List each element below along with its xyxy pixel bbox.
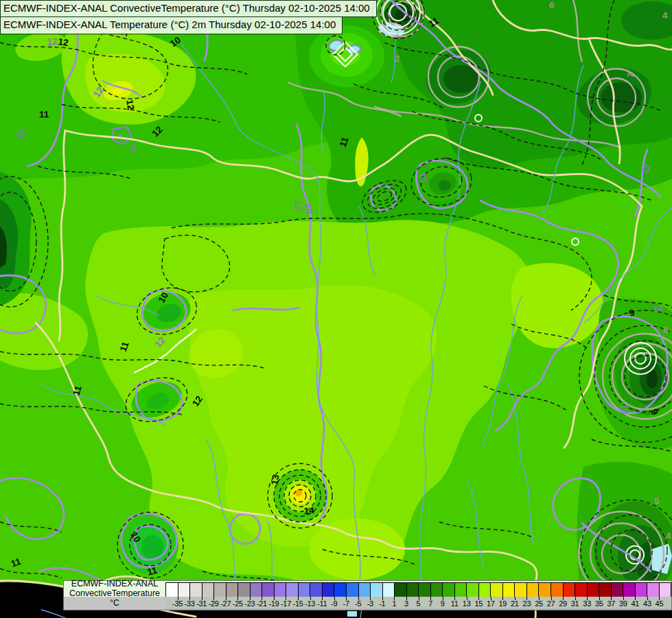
legend-tick-label: -21 xyxy=(257,599,267,608)
contour-label: 8 xyxy=(663,325,669,335)
legend-tick-label: 11 xyxy=(451,599,459,608)
legend-color-cell xyxy=(383,583,395,597)
legend-tick-label: -15 xyxy=(293,599,303,608)
contour-label: 12 xyxy=(293,201,303,211)
legend-tick-label: 23 xyxy=(523,599,531,608)
legend-tick-label: -33 xyxy=(185,599,195,608)
legend-color-cell xyxy=(467,583,479,597)
legend-tick-label: 33 xyxy=(583,599,591,608)
legend-color-cell xyxy=(515,583,527,597)
legend-tick-label: -27 xyxy=(220,599,231,608)
legend-tick-label: -29 xyxy=(209,599,219,608)
legend-tick-label: 17 xyxy=(487,599,495,608)
legend-tick-label: 3 xyxy=(404,599,408,608)
contour-label: 10 xyxy=(653,304,663,314)
legend-color-cell xyxy=(647,583,660,597)
legend-color-cell xyxy=(359,583,371,597)
legend-tick-label: 39 xyxy=(619,599,627,608)
legend-color-cell xyxy=(636,583,648,597)
legend-color-bar xyxy=(165,582,671,597)
legend-color-cell xyxy=(262,583,275,597)
legend-color-cell xyxy=(623,583,636,597)
legend-tick-label: -17 xyxy=(281,599,291,608)
legend-tick-label: 31 xyxy=(571,599,579,608)
contour-label: 13 xyxy=(269,474,281,486)
legend-color-cell xyxy=(660,583,671,597)
weather-map: 1212101011121212126211647121110101210111… xyxy=(0,0,672,618)
legend-bottom-row: °C -35-33-31-29-27-25-23-21-19-17-15-13-… xyxy=(64,597,671,610)
legend-color-cell xyxy=(612,583,624,597)
legend-tick-label: -3 xyxy=(367,599,373,608)
legend-tick-label: 37 xyxy=(607,599,615,608)
contour-label: 2 xyxy=(395,54,400,64)
legend-units-label: °C xyxy=(64,597,165,610)
legend-color-cell xyxy=(251,583,263,597)
legend-tick-scale: -35-33-31-29-27-25-23-21-19-17-15-13-11-… xyxy=(165,597,671,610)
legend-color-cell xyxy=(575,583,588,597)
title-line-2m-temperature: ECMWF-INDEX-ANAL Temperature (°C) 2m Thu… xyxy=(0,16,343,34)
contour-label: 14 xyxy=(303,505,315,516)
contour-label: 12 xyxy=(124,99,136,111)
legend-tick-label: -11 xyxy=(317,599,327,608)
legend-tick-label: -19 xyxy=(268,599,279,608)
legend-tick-label: 9 xyxy=(441,599,445,608)
legend-tick-label: 35 xyxy=(595,599,603,608)
contour-label: 6 xyxy=(131,143,137,153)
legend-tick-label: 7 xyxy=(428,599,432,608)
legend-tick-label: 29 xyxy=(559,599,567,608)
legend-color-cell xyxy=(202,583,215,597)
legend-color-cell xyxy=(443,583,455,597)
legend-product-name: ECMWF-INDEX-ANAL xyxy=(71,580,158,589)
color-scale-legend: ECMWF-INDEX-ANAL ConvectiveTemperature °… xyxy=(63,580,672,610)
legend-color-cell xyxy=(503,583,515,597)
legend-color-cell xyxy=(178,583,191,597)
legend-color-cell xyxy=(286,583,299,597)
contour-label: 4 xyxy=(666,531,671,541)
legend-color-cell xyxy=(214,583,227,597)
legend-tick-label: 21 xyxy=(511,599,519,608)
title-line-convective-temperature: ECMWF-INDEX-ANAL ConvectiveTemperature (… xyxy=(0,0,377,17)
contour-label: 4 xyxy=(662,10,668,21)
legend-tick-label: -31 xyxy=(196,599,207,608)
legend-tick-label: -25 xyxy=(233,599,243,608)
legend-color-cell xyxy=(564,583,576,597)
legend-color-cell xyxy=(431,583,443,597)
legend-color-cell xyxy=(479,583,491,597)
contour-label: 12 xyxy=(47,36,58,47)
legend-top-row: ECMWF-INDEX-ANAL ConvectiveTemperature xyxy=(64,581,671,597)
legend-color-cell xyxy=(395,583,407,597)
legend-color-cell xyxy=(599,583,612,597)
legend-color-cell xyxy=(407,583,419,597)
legend-color-cell xyxy=(347,583,359,597)
legend-color-cell xyxy=(190,583,202,597)
legend-color-cell xyxy=(527,583,540,597)
legend-color-cell xyxy=(166,583,178,597)
legend-color-cell xyxy=(275,583,287,597)
contour-label: 6 xyxy=(549,0,555,10)
legend-color-cell xyxy=(323,583,335,597)
legend-color-cell xyxy=(455,583,467,597)
legend-tick-label: 1 xyxy=(392,599,396,608)
legend-color-cell xyxy=(491,583,503,597)
legend-color-cell xyxy=(588,583,600,597)
legend-color-cell xyxy=(299,583,311,597)
legend-tick-label: 5 xyxy=(417,599,421,608)
legend-color-cell xyxy=(310,583,323,597)
contour-label: 11 xyxy=(39,109,49,119)
weather-map-page: 1212101011121212126211647121110101210111… xyxy=(0,0,672,618)
legend-tick-label: -1 xyxy=(379,599,385,608)
legend-tick-label: 19 xyxy=(499,599,507,608)
legend-tick-label: 15 xyxy=(474,599,483,608)
legend-tick-label: -5 xyxy=(355,599,361,608)
legend-color-cell xyxy=(419,583,431,597)
contour-label: 12 xyxy=(58,36,69,48)
legend-tick-label: 13 xyxy=(463,599,471,608)
legend-tick-label: -7 xyxy=(343,599,349,608)
contour-label: 5 xyxy=(654,496,660,506)
legend-color-cell xyxy=(539,583,551,597)
title-box: ECMWF-INDEX-ANAL ConvectiveTemperature (… xyxy=(0,0,377,34)
legend-color-cell xyxy=(227,583,239,597)
legend-tick-label: -35 xyxy=(172,599,183,608)
legend-tick-label: -13 xyxy=(305,599,315,608)
legend-tick-label: 41 xyxy=(632,599,640,608)
